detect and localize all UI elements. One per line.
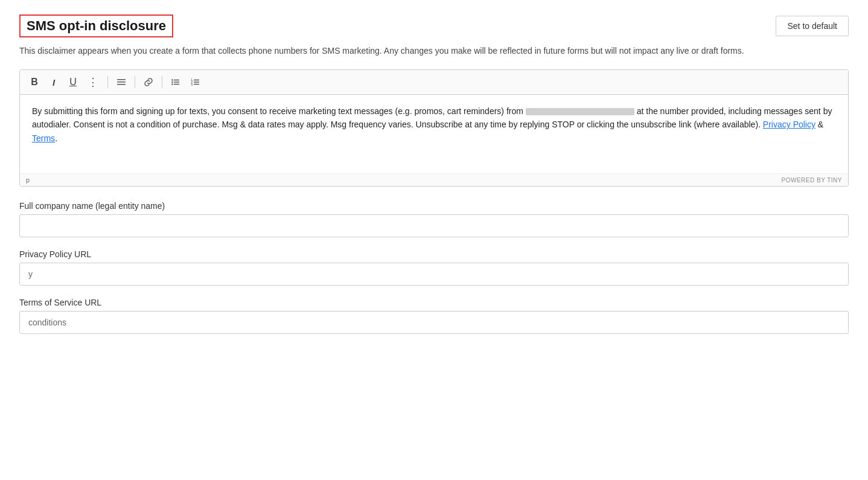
svg-point-3 [171,79,173,80]
ampersand-text: & [815,120,823,129]
underline-button[interactable]: U [65,74,81,91]
toolbar-separator-1 [107,76,108,88]
bold-button[interactable]: B [26,74,43,91]
toolbar-separator-3 [162,76,162,88]
editor-footer: p POWERED BY TINY [20,173,848,186]
company-name-section: Full company name (legal entity name) [19,201,849,237]
toolbar-separator-2 [135,76,135,88]
privacy-policy-link[interactable]: Privacy Policy [763,120,815,129]
svg-rect-14 [194,84,199,85]
svg-point-7 [171,83,173,85]
company-name-label: Full company name (legal entity name) [19,201,849,211]
svg-point-5 [171,82,173,83]
align-button[interactable] [113,74,130,91]
terms-link[interactable]: Terms [32,133,55,143]
bullet-list-button[interactable] [167,74,184,91]
terms-of-service-section: Terms of Service URL [19,298,849,334]
svg-text:3.: 3. [191,83,194,86]
consent-text-part1: By submitting this form and signing up f… [32,106,526,116]
privacy-policy-input[interactable] [19,263,849,286]
page-title: SMS opt-in disclosure [19,14,173,37]
svg-rect-10 [194,80,199,81]
more-options-button[interactable]: ⋮ [84,74,103,91]
set-to-default-button[interactable]: Set to default [776,16,849,36]
terms-of-service-label: Terms of Service URL [19,298,849,307]
rich-text-editor: B I U ⋮ [19,69,849,187]
svg-rect-6 [174,82,179,83]
company-name-redacted [526,108,634,115]
svg-rect-8 [174,84,179,85]
svg-rect-12 [194,82,199,83]
link-button[interactable] [140,74,157,91]
italic-button[interactable]: I [45,74,62,91]
svg-rect-0 [117,79,126,80]
editor-toolbar: B I U ⋮ [20,70,848,95]
page-description: This disclaimer appears when you create … [19,45,849,57]
company-name-input[interactable] [19,214,849,237]
privacy-policy-label: Privacy Policy URL [19,249,849,259]
page-container: SMS opt-in disclosure Set to default Thi… [19,14,849,334]
header-row: SMS opt-in disclosure Set to default [19,14,849,37]
period: . [55,133,57,143]
svg-rect-4 [174,80,179,81]
svg-rect-1 [117,82,126,83]
privacy-policy-section: Privacy Policy URL [19,249,849,286]
editor-paragraph: By submitting this form and signing up f… [32,104,836,145]
ordered-list-button[interactable]: 1. 2. 3. [187,74,203,91]
svg-rect-2 [117,84,126,85]
powered-by-label: POWERED BY TINY [782,177,842,184]
paragraph-tag: p [26,176,30,184]
editor-content-area[interactable]: By submitting this form and signing up f… [20,95,848,173]
terms-of-service-input[interactable] [19,311,849,334]
